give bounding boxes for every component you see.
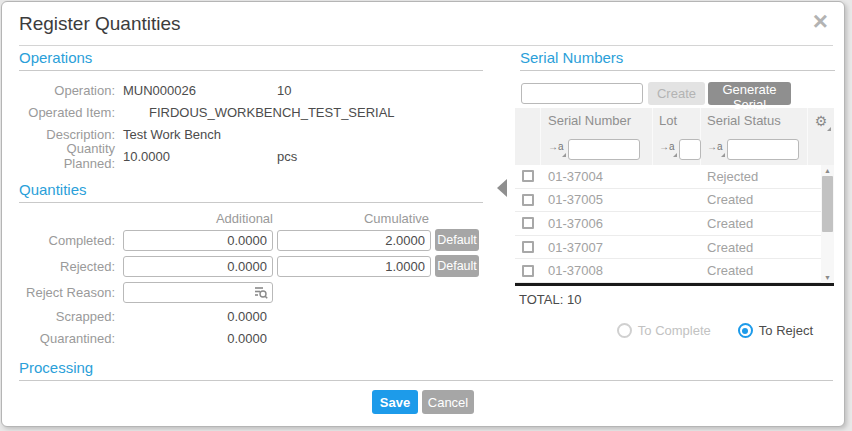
completed-label: Completed: [19,233,123,248]
quantity-planned-label: Quantity Planned: [19,141,123,171]
serial-status-cell: Created [701,263,834,278]
serial-filter-operator-icon[interactable]: →a [548,140,565,158]
generate-serial-button[interactable]: Generate Serial [708,82,791,105]
reject-reason-row: Reject Reason: [19,279,483,305]
quantities-section-header: Quantities [19,181,483,203]
to-reject-radio[interactable]: To Reject [738,323,813,338]
table-row[interactable]: 01-37005 Created [515,189,834,213]
operated-item-label: Operated Item: [19,105,123,120]
completed-cumulative-input[interactable] [277,230,431,251]
operation-label: Operation: [19,83,123,98]
reject-reason-input[interactable] [123,282,273,303]
register-quantities-dialog: Register Quantities × Operations Operati… [1,1,845,427]
serial-toolbar: Create Generate Serial [521,82,835,105]
scroll-up-icon[interactable]: ▲ [821,165,834,176]
lot-filter-input[interactable] [679,139,701,160]
serial-grid-body: 01-37004 Rejected 01-37005 Created 01-37… [515,165,834,283]
serial-number-cell: 01-37005 [541,192,653,207]
serial-number-column-header[interactable]: Serial Number [541,108,653,133]
status-filter-input[interactable] [727,139,799,160]
completed-default-button[interactable]: Default [435,229,479,251]
title-divider [19,45,833,46]
table-row[interactable]: 01-37006 Created [515,212,834,236]
row-checkbox[interactable] [522,265,534,277]
to-complete-radio-icon[interactable] [617,323,632,338]
rejected-additional-input[interactable] [123,256,273,277]
to-reject-radio-icon[interactable] [738,323,753,338]
serial-action-radios: To Complete To Reject [515,323,834,338]
quantity-planned-value: 10.0000 [123,149,277,164]
row-checkbox[interactable] [522,217,534,229]
description-label: Description: [19,127,123,142]
left-pane: Operations Operation: MUN000026 10 Opera… [19,49,483,349]
table-row[interactable]: 01-37008 Created [515,259,834,283]
quarantined-row: Quarantined: 0.0000 [19,327,483,349]
serial-number-cell: 01-37004 [541,169,653,184]
table-row[interactable]: 01-37004 Rejected [515,165,834,189]
quantity-planned-row: Quantity Planned: 10.0000 pcs [19,145,483,167]
row-checkbox[interactable] [522,241,534,253]
row-checkbox[interactable] [522,194,534,206]
quarantined-value: 0.0000 [123,331,273,346]
rejected-cumulative-input[interactable] [277,256,431,277]
description-value: Test Work Bench [123,127,221,142]
rejected-default-button[interactable]: Default [435,255,479,277]
processing-section-header: Processing [19,359,833,381]
create-button[interactable]: Create [648,82,705,105]
new-serial-input[interactable] [521,83,643,104]
to-complete-radio[interactable]: To Complete [617,323,711,338]
to-complete-label: To Complete [638,323,711,338]
serial-status-cell: Rejected [701,169,834,184]
dialog-title: Register Quantities [19,13,181,35]
scroll-down-icon[interactable]: ▼ [821,272,834,283]
status-filter-operator-icon[interactable]: →a [707,140,724,158]
column-settings-gear-icon[interactable]: ⚙ [815,114,828,128]
reject-reason-label: Reject Reason: [19,285,123,300]
serial-status-cell: Created [701,240,834,255]
serial-status-column-header[interactable]: Serial Status [701,108,808,133]
to-reject-label: To Reject [759,323,813,338]
lot-filter-operator-icon[interactable]: →a [659,140,676,158]
serial-status-cell: Created [701,192,834,207]
operated-item-row: Operated Item: FIRDOUS_WORKBENCH_TEST_SE… [19,101,483,123]
serial-number-cell: 01-37006 [541,216,653,231]
lot-column-header[interactable]: Lot [653,108,701,133]
completed-row: Completed: Default [19,227,483,253]
processing-section: Processing [19,359,833,381]
quarantined-label: Quarantined: [19,331,123,346]
save-button[interactable]: Save [372,390,418,414]
serial-grid-filter-row: →a →a →a [515,133,834,165]
quantity-planned-unit: pcs [277,149,297,164]
serial-filter-input[interactable] [568,139,640,160]
lookup-icon[interactable] [254,286,268,302]
serial-numbers-pane: Serial Numbers Create Generate Serial Se… [515,49,835,338]
serial-status-cell: Created [701,216,834,231]
completed-additional-input[interactable] [123,230,273,251]
scrollbar-thumb[interactable] [822,176,833,232]
total-count: TOTAL: 10 [519,292,834,307]
table-row[interactable]: 01-37007 Created [515,236,834,260]
serial-grid-header: Serial Number Lot Serial Status ⚙ [515,108,834,133]
grid-bottom-rule [515,283,834,286]
grid-scrollbar[interactable]: ▲ ▼ [821,165,834,283]
scrapped-label: Scrapped: [19,309,123,324]
operations-section-header: Operations [19,49,483,71]
rejected-label: Rejected: [19,259,123,274]
close-icon[interactable]: × [813,8,828,34]
serial-grid: Serial Number Lot Serial Status ⚙ →a →a … [515,108,834,338]
additional-column-header: Additional [131,211,281,226]
serial-number-cell: 01-37008 [541,263,653,278]
operations-fields: Operation: MUN000026 10 Operated Item: F… [19,79,483,167]
quantities-column-headers: Additional Cumulative [19,209,483,227]
serial-numbers-section-header: Serial Numbers [520,49,835,71]
cumulative-column-header: Cumulative [281,211,439,226]
row-checkbox[interactable] [522,170,534,182]
pane-collapse-arrow-icon[interactable] [497,179,507,197]
operation-row: Operation: MUN000026 10 [19,79,483,101]
cancel-button[interactable]: Cancel [422,390,474,414]
operation-number: 10 [277,83,291,98]
scrapped-value: 0.0000 [123,309,273,324]
rejected-row: Rejected: Default [19,253,483,279]
scrapped-row: Scrapped: 0.0000 [19,305,483,327]
footer-buttons: Save Cancel [2,390,844,414]
